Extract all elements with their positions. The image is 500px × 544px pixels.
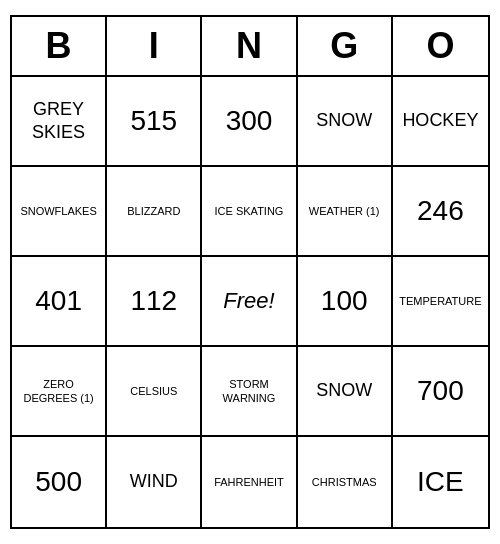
header-letter-o: O [393, 17, 488, 75]
bingo-cell-13: 100 [298, 257, 393, 347]
bingo-cell-1: 515 [107, 77, 202, 167]
bingo-cell-17: STORM WARNING [202, 347, 297, 437]
header-letter-i: I [107, 17, 202, 75]
bingo-cell-4: HOCKEY [393, 77, 488, 167]
bingo-cell-16: CELSIUS [107, 347, 202, 437]
bingo-cell-0: GREY SKIES [12, 77, 107, 167]
bingo-cell-24: ICE [393, 437, 488, 527]
bingo-cell-3: SNOW [298, 77, 393, 167]
bingo-cell-2: 300 [202, 77, 297, 167]
bingo-header: BINGO [12, 17, 488, 77]
bingo-grid: GREY SKIES515300SNOWHOCKEYSNOWFLAKESBLIZ… [12, 77, 488, 527]
bingo-cell-18: SNOW [298, 347, 393, 437]
header-letter-g: G [298, 17, 393, 75]
bingo-cell-6: BLIZZARD [107, 167, 202, 257]
bingo-cell-7: ICE SKATING [202, 167, 297, 257]
header-letter-n: N [202, 17, 297, 75]
bingo-cell-22: FAHRENHEIT [202, 437, 297, 527]
bingo-cell-21: WIND [107, 437, 202, 527]
bingo-cell-8: WEATHER (1) [298, 167, 393, 257]
bingo-cell-20: 500 [12, 437, 107, 527]
bingo-cell-10: 401 [12, 257, 107, 347]
bingo-cell-23: CHRISTMAS [298, 437, 393, 527]
bingo-cell-5: SNOWFLAKES [12, 167, 107, 257]
bingo-cell-19: 700 [393, 347, 488, 437]
bingo-cell-12: Free! [202, 257, 297, 347]
bingo-cell-11: 112 [107, 257, 202, 347]
bingo-cell-14: TEMPERATURE [393, 257, 488, 347]
bingo-cell-15: ZERO DEGREES (1) [12, 347, 107, 437]
bingo-card: BINGO GREY SKIES515300SNOWHOCKEYSNOWFLAK… [10, 15, 490, 529]
bingo-cell-9: 246 [393, 167, 488, 257]
header-letter-b: B [12, 17, 107, 75]
